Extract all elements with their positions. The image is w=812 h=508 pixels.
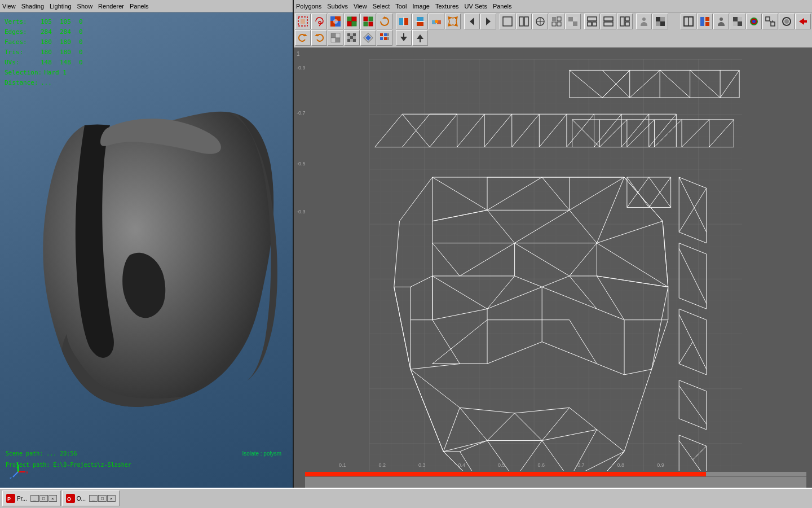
svg-rect-57 xyxy=(625,22,629,26)
taskbar-btn-1[interactable]: P Pr... _ □ × xyxy=(2,491,61,506)
svg-marker-105 xyxy=(400,37,407,41)
tool-layout-6[interactable] xyxy=(601,14,616,29)
menu-uv-sets[interactable]: UV Sets xyxy=(465,3,487,10)
svg-rect-31 xyxy=(455,17,457,19)
svg-rect-67 xyxy=(705,22,709,26)
faces-val2: 180 xyxy=(60,37,77,47)
svg-rect-49 xyxy=(568,21,573,26)
tool-distort[interactable] xyxy=(445,14,461,29)
toolbar-area xyxy=(294,12,812,48)
menu-select-uv[interactable]: Select xyxy=(373,3,390,10)
tool-layout-3[interactable] xyxy=(532,14,548,29)
tool-checker-small[interactable] xyxy=(344,30,360,46)
tool-grid-checker-2[interactable] xyxy=(328,30,343,46)
tool-expand[interactable] xyxy=(762,14,778,29)
svg-rect-16 xyxy=(364,17,368,21)
menu-panels[interactable]: Panels xyxy=(130,3,149,10)
toolbar-row-1 xyxy=(295,14,811,29)
svg-text:z: z xyxy=(10,475,12,480)
svg-rect-25 xyxy=(417,22,423,26)
tool-rotate[interactable] xyxy=(377,14,392,29)
menu-show[interactable]: Show xyxy=(77,3,93,10)
menu-textures[interactable]: Textures xyxy=(435,3,459,10)
tool-snap[interactable] xyxy=(429,14,444,29)
taskbar-minimize-2[interactable]: _ xyxy=(89,495,98,502)
svg-rect-69 xyxy=(733,17,738,21)
tool-arrow-end[interactable] xyxy=(795,14,811,29)
tool-layout-5[interactable] xyxy=(584,14,600,29)
menu-polygons[interactable]: Polygons xyxy=(296,3,321,10)
tool-grid-4[interactable] xyxy=(377,30,392,46)
taskbar-maximize-1[interactable]: □ xyxy=(39,495,48,502)
svg-rect-53 xyxy=(604,17,613,21)
main-container: View Shading Lighting Show Renderer Pane… xyxy=(0,0,812,508)
tool-arrow-prev[interactable] xyxy=(464,14,480,29)
svg-rect-38 xyxy=(524,17,528,26)
tool-scale[interactable] xyxy=(360,14,376,29)
tool-checkerboard-3[interactable] xyxy=(730,14,745,29)
svg-rect-22 xyxy=(404,18,408,25)
svg-rect-55 xyxy=(620,17,624,26)
tool-person[interactable] xyxy=(636,14,652,29)
svg-rect-54 xyxy=(604,22,613,26)
svg-rect-48 xyxy=(573,17,577,21)
tool-redo-arrow[interactable] xyxy=(311,30,327,46)
menu-subdvs[interactable]: Subdvs xyxy=(327,3,348,10)
3d-shape-svg xyxy=(17,58,293,453)
tool-move-up[interactable] xyxy=(412,30,428,46)
viewport-3d[interactable]: Verts: 105 105 0 Edges: 284 284 0 Faces:… xyxy=(0,12,293,488)
tool-flip-v[interactable] xyxy=(412,14,428,29)
svg-rect-37 xyxy=(519,17,523,26)
taskbar-maximize-2[interactable]: □ xyxy=(98,495,107,502)
tool-uv-layout-b[interactable] xyxy=(697,14,713,29)
menu-view[interactable]: View xyxy=(2,3,16,10)
tool-move[interactable] xyxy=(344,14,360,29)
tool-arrow-next[interactable] xyxy=(480,14,496,29)
taskbar-close-2[interactable]: × xyxy=(107,495,116,502)
tool-undo-arrow[interactable] xyxy=(295,30,311,46)
scene-val: ... 20:56 xyxy=(46,450,77,457)
project-val: E:\0-Projects\z-Slasher xyxy=(53,462,131,468)
svg-rect-18 xyxy=(364,22,368,26)
tool-layout-1[interactable] xyxy=(500,14,515,29)
tool-select-marquee[interactable] xyxy=(295,14,311,29)
svg-rect-19 xyxy=(369,22,373,26)
menu-tool[interactable]: Tool xyxy=(395,3,407,10)
tool-paint-select[interactable] xyxy=(328,14,343,29)
tool-flip-h[interactable] xyxy=(396,14,412,29)
tris-val2: 180 xyxy=(60,47,77,58)
tool-color-circle[interactable] xyxy=(746,14,762,29)
menu-shading[interactable]: Shading xyxy=(21,3,44,10)
faces-label: Faces: xyxy=(5,37,38,47)
taskbar-btn-2[interactable]: O O... _ □ × xyxy=(62,491,120,506)
tool-layout-7[interactable] xyxy=(617,14,633,29)
menu-lighting[interactable]: Lighting xyxy=(50,3,72,10)
svg-rect-93 xyxy=(353,36,356,39)
menu-panels-uv[interactable]: Panels xyxy=(493,3,512,10)
svg-marker-79 xyxy=(771,20,774,21)
svg-rect-86 xyxy=(331,38,336,42)
taskbar-close-1[interactable]: × xyxy=(48,495,57,502)
svg-rect-59 xyxy=(656,17,660,21)
tool-checkerboard[interactable] xyxy=(565,14,581,29)
tool-layout-2[interactable] xyxy=(516,14,532,29)
tool-layout-4[interactable] xyxy=(549,14,564,29)
uv-canvas[interactable]: 1 -0.9 -0.7 -0.5 -0.3 xyxy=(294,48,812,488)
tool-diamond[interactable] xyxy=(360,30,376,46)
uv-timeline-bar[interactable] xyxy=(305,472,806,476)
taskbar-minimize-1[interactable]: _ xyxy=(30,495,39,502)
svg-marker-35 xyxy=(486,17,491,25)
menu-image[interactable]: Image xyxy=(412,3,430,10)
tool-checkerboard-2[interactable] xyxy=(652,14,668,29)
menu-renderer[interactable]: Renderer xyxy=(98,3,124,10)
tris-val1: 180 xyxy=(41,47,58,58)
svg-rect-72 xyxy=(733,21,738,26)
svg-point-58 xyxy=(642,17,646,21)
menu-view-uv[interactable]: View xyxy=(354,3,367,10)
tool-person-2[interactable] xyxy=(713,14,729,29)
tool-move-down[interactable] xyxy=(396,30,412,46)
tool-uv-layout-a[interactable] xyxy=(681,14,696,29)
tool-lasso[interactable] xyxy=(311,14,327,29)
svg-line-78 xyxy=(770,21,771,22)
tool-round[interactable] xyxy=(779,14,795,29)
